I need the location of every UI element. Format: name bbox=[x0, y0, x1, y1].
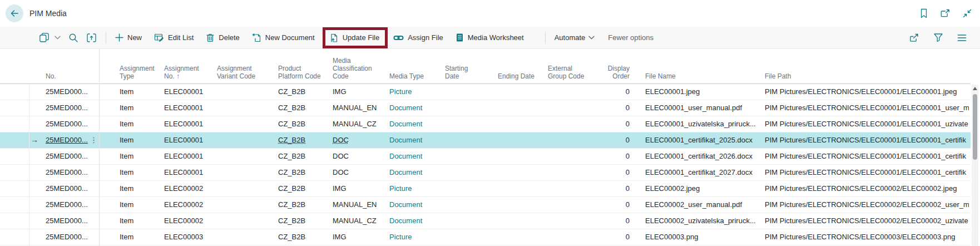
cell-assignment_type[interactable]: Item bbox=[120, 229, 161, 245]
cell-media_classification_code[interactable]: IMG bbox=[333, 84, 387, 100]
cell-assignment_type[interactable]: Item bbox=[120, 197, 161, 213]
cell-assignment_variant_code[interactable] bbox=[217, 213, 275, 229]
cell-no[interactable]: 25MED000... bbox=[46, 132, 90, 148]
cell-display_order[interactable]: 0 bbox=[590, 116, 630, 132]
cell-file_path[interactable]: PIM Pictures/ELECTRONICS/ELEC00002/ELEC0… bbox=[765, 213, 969, 229]
cell-no[interactable]: 25MED000... bbox=[46, 165, 90, 180]
column-header-file_path[interactable]: File Path bbox=[765, 72, 969, 80]
column-header-assignment_variant_code[interactable]: AssignmentVariant Code bbox=[217, 65, 275, 80]
cell-media_type[interactable]: Document bbox=[389, 197, 442, 213]
cell-assignment_variant_code[interactable] bbox=[217, 132, 275, 148]
cell-file_name[interactable]: ELEC00001_user_manual.pdf bbox=[645, 100, 759, 116]
cell-ending_date[interactable] bbox=[498, 181, 545, 196]
automate-menu[interactable]: Automate bbox=[555, 33, 595, 42]
cell-ending_date[interactable] bbox=[498, 100, 545, 116]
cell-ending_date[interactable] bbox=[498, 116, 545, 132]
cell-media_type[interactable]: Document bbox=[389, 213, 442, 229]
table-row[interactable]: 25MED000...ItemELEC00003CZ_B2BIMGPicture… bbox=[0, 229, 971, 245]
cell-file_path[interactable]: PIM Pictures/ELECTRONICS/ELEC00001/ELEC0… bbox=[765, 149, 969, 164]
cell-assignment_type[interactable]: Item bbox=[120, 181, 161, 196]
table-row[interactable]: 25MED000...ItemELEC00002CZ_B2BMANUAL_CZD… bbox=[0, 213, 971, 229]
cell-file_path[interactable]: PIM Pictures/ELECTRONICS/ELEC00003/ELEC0… bbox=[765, 229, 969, 245]
back-button[interactable] bbox=[6, 4, 23, 22]
cell-assignment_no[interactable]: ELEC00002 bbox=[164, 213, 214, 229]
column-header-no[interactable]: No. bbox=[46, 72, 90, 80]
cell-product_platform_code[interactable]: CZ_B2B bbox=[278, 165, 330, 180]
cell-product_platform_code[interactable]: CZ_B2B bbox=[278, 181, 330, 196]
cell-assignment_type[interactable]: Item bbox=[120, 132, 161, 148]
cell-starting_date[interactable] bbox=[445, 100, 487, 116]
cell-media_type[interactable]: Document bbox=[389, 116, 442, 132]
table-row[interactable]: 25MED000...ItemELEC00002CZ_B2BIMGPicture… bbox=[0, 181, 971, 197]
cell-file_path[interactable]: PIM Pictures/ELECTRONICS/ELEC00001/ELEC0… bbox=[765, 84, 969, 100]
table-row[interactable]: 25MED000...ItemELEC00002CZ_B2BMANUAL_END… bbox=[0, 197, 971, 213]
cell-file_path[interactable]: PIM Pictures/ELECTRONICS/ELEC00002/ELEC0… bbox=[765, 181, 969, 196]
table-row-selected[interactable]: →⋮25MED000...ItemELEC00001CZ_B2BDOCDocum… bbox=[0, 132, 971, 149]
cell-no[interactable]: 25MED000... bbox=[46, 197, 90, 213]
cell-media_classification_code[interactable]: MANUAL_EN bbox=[333, 197, 387, 213]
cell-file_name[interactable]: ELEC00003.png bbox=[645, 229, 759, 245]
cell-ending_date[interactable] bbox=[498, 84, 545, 100]
table-row[interactable]: 25MED000...ItemELEC00001CZ_B2BDOCDocumen… bbox=[0, 149, 971, 165]
cell-media_classification_code[interactable]: DOC bbox=[333, 132, 387, 148]
cell-file_name[interactable]: ELEC00002_uzivatelska_priruck... bbox=[645, 213, 759, 229]
column-options-icon[interactable] bbox=[957, 34, 967, 42]
cell-media_type[interactable]: Document bbox=[389, 100, 442, 116]
cell-starting_date[interactable] bbox=[445, 213, 487, 229]
column-header-product_platform_code[interactable]: ProductPlatform Code bbox=[278, 65, 330, 80]
cell-assignment_no[interactable]: ELEC00002 bbox=[164, 197, 214, 213]
cell-media_classification_code[interactable]: DOC bbox=[333, 165, 387, 180]
cell-no[interactable]: 25MED000... bbox=[46, 116, 90, 132]
new-button[interactable]: New bbox=[115, 33, 142, 42]
table-row[interactable]: 25MED000...ItemELEC00001CZ_B2BMANUAL_END… bbox=[0, 100, 971, 116]
media-worksheet-button[interactable]: Media Worksheet bbox=[456, 33, 524, 42]
cell-assignment_no[interactable]: ELEC00001 bbox=[164, 116, 214, 132]
cell-assignment_no[interactable]: ELEC00001 bbox=[164, 165, 214, 180]
cell-product_platform_code[interactable]: CZ_B2B bbox=[278, 84, 330, 100]
row-menu-icon[interactable]: ⋮ bbox=[90, 132, 97, 148]
cell-assignment_type[interactable]: Item bbox=[120, 213, 161, 229]
cell-no[interactable]: 25MED000... bbox=[46, 84, 90, 100]
cell-product_platform_code[interactable]: CZ_B2B bbox=[278, 100, 330, 116]
new-document-button[interactable]: New Document bbox=[252, 33, 315, 43]
bookmark-icon[interactable] bbox=[919, 8, 928, 18]
cell-file_path[interactable]: PIM Pictures/ELECTRONICS/ELEC00001/ELEC0… bbox=[765, 100, 969, 116]
scroll-up-arrow-icon[interactable] bbox=[972, 86, 978, 91]
cell-assignment_type[interactable]: Item bbox=[120, 116, 161, 132]
cell-media_type[interactable]: Document bbox=[389, 149, 442, 164]
share-icon[interactable] bbox=[909, 33, 919, 43]
cell-ending_date[interactable] bbox=[498, 165, 545, 180]
cell-starting_date[interactable] bbox=[445, 132, 487, 148]
cell-file_name[interactable]: ELEC00002_user_manual.pdf bbox=[645, 197, 759, 213]
cell-media_classification_code[interactable]: MANUAL_CZ bbox=[333, 116, 387, 132]
cell-assignment_type[interactable]: Item bbox=[120, 165, 161, 180]
cell-media_classification_code[interactable]: DOC bbox=[333, 149, 387, 164]
views-icon[interactable] bbox=[39, 32, 50, 43]
table-row[interactable]: 25MED000...ItemELEC00001CZ_B2BDOCDocumen… bbox=[0, 165, 971, 181]
cell-media_classification_code[interactable]: IMG bbox=[333, 181, 387, 196]
cell-media_type[interactable]: Picture bbox=[389, 181, 442, 196]
collapse-icon[interactable] bbox=[962, 8, 972, 18]
cell-starting_date[interactable] bbox=[445, 149, 487, 164]
cell-product_platform_code[interactable]: CZ_B2B bbox=[278, 132, 330, 148]
cell-assignment_no[interactable]: ELEC00003 bbox=[164, 229, 214, 245]
cell-ending_date[interactable] bbox=[498, 229, 545, 245]
cell-display_order[interactable]: 0 bbox=[590, 132, 630, 148]
cell-ending_date[interactable] bbox=[498, 149, 545, 164]
cell-file_path[interactable]: PIM Pictures/ELECTRONICS/ELEC00002/ELEC0… bbox=[765, 197, 969, 213]
cell-assignment_no[interactable]: ELEC00001 bbox=[164, 84, 214, 100]
cell-file_name[interactable]: ELEC00002.jpeg bbox=[645, 181, 759, 196]
cell-file_name[interactable]: ELEC00001_uzivatelska_priruck... bbox=[645, 116, 759, 132]
cell-no[interactable]: 25MED000... bbox=[46, 181, 90, 196]
cell-no[interactable]: 25MED000... bbox=[46, 229, 90, 245]
cell-assignment_variant_code[interactable] bbox=[217, 197, 275, 213]
cell-media_classification_code[interactable]: MANUAL_EN bbox=[333, 100, 387, 116]
cell-assignment_variant_code[interactable] bbox=[217, 165, 275, 180]
vertical-scrollbar[interactable] bbox=[972, 85, 978, 246]
cell-starting_date[interactable] bbox=[445, 84, 487, 100]
cell-display_order[interactable]: 0 bbox=[590, 165, 630, 180]
cell-ending_date[interactable] bbox=[498, 197, 545, 213]
cell-assignment_variant_code[interactable] bbox=[217, 149, 275, 164]
analyze-icon[interactable] bbox=[86, 33, 97, 43]
table-row[interactable]: 25MED000...ItemELEC00001CZ_B2BIMGPicture… bbox=[0, 84, 971, 100]
